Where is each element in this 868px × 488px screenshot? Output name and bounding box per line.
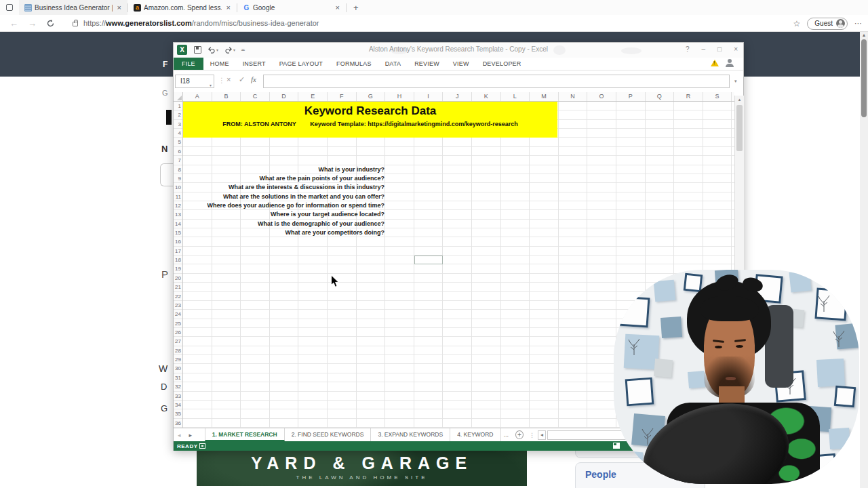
row-header[interactable]: 33: [174, 392, 182, 401]
tab-list-icon[interactable]: [6, 4, 13, 11]
row-headers[interactable]: 1234567891011121314151617181920212223242…: [174, 102, 183, 428]
column-header[interactable]: C: [241, 92, 270, 101]
normal-view-icon[interactable]: [613, 443, 620, 449]
question-cell[interactable]: What are the interests & discussions in …: [229, 183, 384, 192]
column-header[interactable]: D: [270, 92, 299, 101]
add-sheet-button[interactable]: +: [515, 430, 524, 439]
row-header[interactable]: 30: [174, 364, 182, 373]
sheet-tab[interactable]: 2. FIND SEED KEYWORDS: [285, 428, 372, 441]
column-header[interactable]: F: [328, 92, 357, 101]
row-header[interactable]: 2: [174, 110, 182, 119]
row-header[interactable]: 17: [174, 247, 182, 256]
browser-menu-icon[interactable]: ⋯: [854, 19, 863, 28]
new-tab-button[interactable]: +: [353, 3, 359, 13]
row-header[interactable]: 5: [174, 138, 182, 146]
column-header[interactable]: S: [703, 92, 732, 101]
column-header[interactable]: E: [298, 92, 328, 101]
column-header[interactable]: N: [559, 92, 588, 101]
browser-scrollbar-thumb[interactable]: [861, 39, 867, 117]
ribbon-tab-developer[interactable]: DEVELOPER: [476, 58, 528, 70]
browser-scrollbar[interactable]: ▴: [860, 32, 868, 488]
row-header[interactable]: 4: [174, 129, 182, 138]
column-header[interactable]: G: [357, 92, 386, 101]
question-cell[interactable]: What are your competitors doing?: [285, 228, 384, 237]
column-header[interactable]: P: [616, 92, 646, 101]
question-cell[interactable]: What is the demographic of your audience…: [258, 220, 384, 228]
sheet-tabs-overflow[interactable]: ...: [501, 428, 512, 441]
row-header[interactable]: 7: [174, 156, 182, 165]
row-header[interactable]: 27: [174, 337, 182, 346]
question-cell[interactable]: Where is your target audience located?: [271, 210, 384, 219]
row-header[interactable]: 9: [174, 174, 182, 183]
sheet-tab[interactable]: 1. MARKET RESEARCH: [205, 428, 285, 441]
ribbon-tab-page-layout[interactable]: PAGE LAYOUT: [273, 58, 330, 70]
sheet-tab[interactable]: 3. EXPAND KEYWORDS: [371, 428, 450, 441]
insert-function-icon[interactable]: fx: [251, 75, 256, 83]
column-headers[interactable]: ABCDEFGHIJKLMNOPQRS: [183, 92, 734, 102]
row-header[interactable]: 26: [174, 328, 182, 337]
column-header[interactable]: L: [501, 92, 530, 101]
tab-close-icon[interactable]: ×: [334, 3, 342, 12]
browser-tab[interactable]: Business Idea Generator | Gener×: [19, 0, 127, 15]
column-header[interactable]: J: [443, 92, 472, 101]
row-header[interactable]: 11: [174, 192, 182, 201]
formula-input[interactable]: [263, 75, 730, 88]
macro-record-icon[interactable]: [199, 443, 205, 449]
formula-bar-expand-icon[interactable]: ▾: [734, 79, 737, 84]
row-header[interactable]: 32: [174, 382, 182, 391]
profile-button[interactable]: Guest: [807, 18, 848, 30]
excel-title-bar[interactable]: X ▾ ▾ ≖ Alston Antony's Keyword Research…: [174, 43, 743, 58]
ribbon-tab-insert[interactable]: INSERT: [236, 58, 273, 70]
excel-minimize-button[interactable]: –: [702, 45, 706, 53]
column-header[interactable]: B: [212, 92, 241, 101]
tab-close-icon[interactable]: ×: [115, 3, 123, 12]
name-box[interactable]: I18 ▾: [175, 75, 214, 88]
row-header[interactable]: 14: [174, 220, 182, 228]
row-header[interactable]: 28: [174, 346, 182, 355]
ribbon-tab-file[interactable]: FILE: [174, 58, 203, 70]
favorites-star-icon[interactable]: ☆: [793, 19, 801, 28]
row-header[interactable]: 8: [174, 165, 182, 174]
selected-cell-I18[interactable]: [414, 256, 443, 264]
column-header[interactable]: Q: [646, 92, 675, 101]
row-header[interactable]: 36: [174, 419, 182, 428]
sheet-nav-right-icon[interactable]: ▸: [185, 428, 197, 441]
row-header[interactable]: 23: [174, 301, 182, 310]
row-header[interactable]: 10: [174, 183, 182, 192]
ribbon-tab-data[interactable]: DATA: [378, 58, 408, 70]
row-header[interactable]: 13: [174, 210, 182, 219]
scroll-up-icon[interactable]: ▴: [735, 96, 744, 104]
row-header[interactable]: 22: [174, 292, 182, 301]
scroll-up-icon[interactable]: ▴: [860, 32, 868, 39]
ribbon-tab-view[interactable]: VIEW: [446, 58, 476, 70]
row-header[interactable]: 35: [174, 409, 182, 418]
row-header[interactable]: 24: [174, 310, 182, 319]
row-header[interactable]: 21: [174, 283, 182, 291]
account-icon[interactable]: [726, 59, 734, 67]
sheet-scrollbar-thumb[interactable]: [736, 105, 743, 151]
enter-icon[interactable]: ✓: [239, 75, 245, 84]
sheet-tab[interactable]: 4. KEYWORD: [450, 428, 500, 441]
question-cell[interactable]: Where does your audience go for informat…: [207, 201, 384, 210]
warning-icon[interactable]: [711, 60, 719, 66]
cancel-icon[interactable]: ×: [226, 75, 231, 83]
name-box-dropdown-icon[interactable]: ▾: [210, 79, 212, 92]
forward-button[interactable]: →: [28, 18, 37, 28]
row-header[interactable]: 1: [174, 102, 182, 110]
question-cell[interactable]: What are the pain points of your audienc…: [259, 174, 384, 183]
row-header[interactable]: 19: [174, 264, 182, 273]
row-header[interactable]: 12: [174, 201, 182, 210]
ribbon-tab-formulas[interactable]: FORMULAS: [330, 58, 378, 70]
hscroll-left-button[interactable]: ◂: [538, 430, 546, 440]
row-header[interactable]: 18: [174, 256, 182, 264]
row-header[interactable]: 31: [174, 373, 182, 382]
excel-close-button[interactable]: ×: [734, 45, 738, 53]
column-header[interactable]: R: [674, 92, 703, 101]
excel-maximize-button[interactable]: □: [717, 45, 722, 53]
row-header[interactable]: 3: [174, 120, 182, 129]
column-header[interactable]: O: [587, 92, 616, 101]
row-header[interactable]: 25: [174, 319, 182, 328]
browser-tab[interactable]: GGoogle×: [237, 0, 346, 15]
url-bar[interactable]: https://www.generatorslist.com/random/mi…: [83, 19, 319, 27]
refresh-icon[interactable]: [46, 19, 55, 28]
